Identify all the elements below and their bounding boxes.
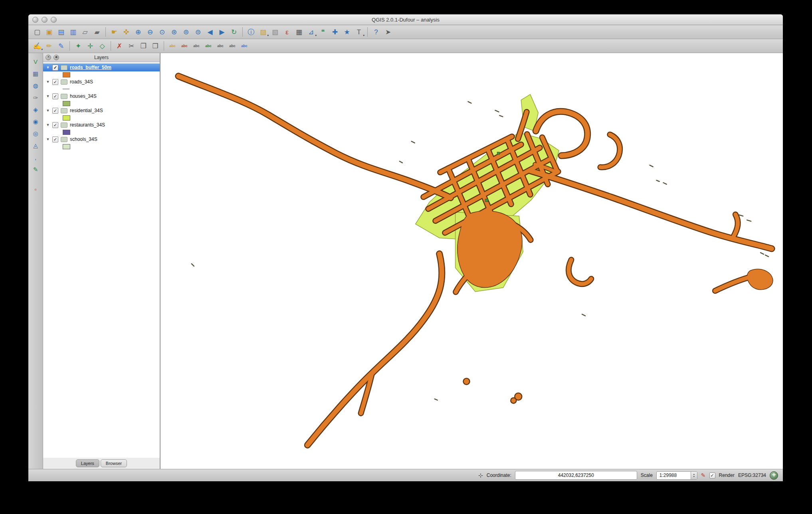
add-mssql-layer-button[interactable]: ◈ <box>30 104 41 115</box>
layer-row-residential_34S[interactable]: ▼✓residential_34S <box>43 107 160 115</box>
layer-symbol-swatch[interactable] <box>63 115 70 121</box>
new-project-button[interactable]: ▢ <box>32 26 43 38</box>
panel-close-icon[interactable]: ✕ <box>46 55 51 60</box>
zoom-window-button[interactable] <box>51 17 57 23</box>
open-project-button[interactable]: ▣ <box>44 26 55 38</box>
add-spatialite-layer-button[interactable]: ✑ <box>30 92 41 103</box>
composer-manager-button[interactable]: ▰ <box>91 26 103 38</box>
show-bookmarks-button[interactable]: ★ <box>341 26 353 38</box>
label-stop-display-button[interactable]: abc <box>179 40 190 51</box>
layer-visibility-checkbox[interactable]: ✓ <box>52 65 58 71</box>
layer-symbol-swatch[interactable] <box>63 130 70 135</box>
field-calculator-button[interactable]: ε <box>281 26 293 38</box>
crs-status-button[interactable]: ✚ <box>770 471 778 480</box>
zoom-out-button[interactable]: ⊖ <box>145 26 156 38</box>
expand-arrow-icon[interactable]: ▼ <box>46 137 50 141</box>
tab-layers[interactable]: Layers <box>76 459 99 467</box>
add-raster-layer-button[interactable]: ▦ <box>30 68 41 79</box>
tab-browser[interactable]: Browser <box>101 459 127 467</box>
new-shapefile-layer-button[interactable]: ✎ <box>30 164 41 174</box>
delete-selected-button[interactable]: ✗ <box>114 40 125 51</box>
layer-symbol-swatch[interactable] <box>63 144 70 149</box>
scale-combo[interactable]: 1:29988 ▴▾ <box>656 471 697 480</box>
save-project-as-button[interactable]: ▥ <box>67 26 79 38</box>
paste-features-button[interactable]: ❒ <box>150 40 161 51</box>
pan-to-selection-button[interactable]: ✜ <box>121 26 132 38</box>
label-rotate-button[interactable]: abc <box>227 40 238 51</box>
zoom-last-button[interactable]: ◀ <box>204 26 216 38</box>
toggle-editing-button[interactable]: ✏ <box>44 40 55 51</box>
layer-visibility-checkbox[interactable]: ✓ <box>52 93 58 99</box>
add-vector-layer-button[interactable]: V <box>30 56 41 67</box>
text-annotation-button[interactable]: T▾ <box>353 26 364 38</box>
attribute-table-button[interactable]: ▦ <box>293 26 305 38</box>
expand-arrow-icon[interactable]: ▼ <box>46 94 50 98</box>
stop-rendering-icon[interactable]: ✎ <box>701 472 706 478</box>
label-settings-icon: abc <box>169 44 176 48</box>
zoom-native-button[interactable]: ⊙ <box>156 26 168 38</box>
label-properties-button[interactable]: abc <box>239 40 250 51</box>
new-bookmark-button[interactable]: ✚ <box>329 26 341 38</box>
add-wfs-layer-button[interactable]: ◬ <box>30 140 41 150</box>
coordinate-input[interactable] <box>515 471 637 480</box>
add-feature-button[interactable]: ✦ <box>73 40 84 51</box>
zoom-next-button[interactable]: ▶ <box>216 26 228 38</box>
layer-row-roads_buffer_50m[interactable]: ▼✓roads_buffer_50m <box>43 63 160 71</box>
close-window-button[interactable] <box>32 17 38 23</box>
help-contents-button[interactable]: ? <box>370 26 382 38</box>
add-delimited-text-layer-button[interactable]: , <box>30 152 41 162</box>
pan-map-button[interactable]: ☛ <box>109 26 120 38</box>
zoom-to-selection-button[interactable]: ⊜ <box>192 26 204 38</box>
label-settings-button[interactable]: abc <box>167 40 178 51</box>
current-edits-button[interactable]: ✍▾ <box>32 40 43 51</box>
layer-symbol-swatch[interactable] <box>63 101 70 106</box>
expand-arrow-icon[interactable]: ▼ <box>46 109 50 113</box>
copy-features-button[interactable]: ❐ <box>138 40 149 51</box>
layer-row-houses_34S[interactable]: ▼✓houses_34S <box>43 92 160 100</box>
map-svg <box>160 53 783 469</box>
titlebar[interactable]: QGIS 2.0.1-Dufour – analysis <box>28 14 783 25</box>
layer-symbol-swatch[interactable] <box>63 72 70 77</box>
zoom-in-button[interactable]: ⊕ <box>133 26 144 38</box>
map-canvas[interactable] <box>160 53 783 469</box>
identify-features-button[interactable]: ⓘ <box>246 26 257 38</box>
label-move-button[interactable]: abc <box>215 40 226 51</box>
save-project-button[interactable]: ▤ <box>55 26 67 38</box>
remove-layer-button[interactable]: ▫ <box>30 184 41 194</box>
layer-row-restaurants_34S[interactable]: ▼✓restaurants_34S <box>43 121 160 129</box>
move-feature-button[interactable]: ✛ <box>85 40 96 51</box>
map-tips-button[interactable]: ❝ <box>317 26 329 38</box>
minimize-window-button[interactable] <box>42 17 48 23</box>
add-wms-layer-button[interactable]: ◉ <box>30 116 41 127</box>
zoom-to-layer-button[interactable]: ⊚ <box>180 26 192 38</box>
new-print-composer-button[interactable]: ▱ <box>79 26 91 38</box>
layer-row-schools_34S[interactable]: ▼✓schools_34S <box>43 135 160 143</box>
layer-visibility-checkbox[interactable]: ✓ <box>52 108 58 114</box>
combo-arrows-icon[interactable]: ▴▾ <box>691 472 697 479</box>
node-tool-button[interactable]: ◇ <box>97 40 108 51</box>
render-checkbox[interactable]: ✓ <box>709 472 715 478</box>
whats-this-button[interactable]: ➤ <box>382 26 394 38</box>
expand-arrow-icon[interactable]: ▼ <box>46 80 50 84</box>
coordinate-capture-icon[interactable]: ⊹ <box>478 472 483 478</box>
qgis-window: QGIS 2.0.1-Dufour – analysis ▢▣▤▥▱▰☛✜⊕⊖⊙… <box>28 14 783 481</box>
add-postgis-layer-button[interactable]: ◍ <box>30 80 41 91</box>
add-wcs-layer-button[interactable]: ◎ <box>30 128 41 138</box>
layer-visibility-checkbox[interactable]: ✓ <box>52 136 58 142</box>
expand-arrow-icon[interactable]: ▼ <box>46 65 50 69</box>
layer-visibility-checkbox[interactable]: ✓ <box>52 79 58 85</box>
label-highlight-button[interactable]: abc <box>203 40 214 51</box>
expand-arrow-icon[interactable]: ▼ <box>46 123 50 127</box>
layer-visibility-checkbox[interactable]: ✓ <box>52 122 58 128</box>
refresh-map-button[interactable]: ↻ <box>228 26 240 38</box>
measure-button[interactable]: ⊿▾ <box>305 26 317 38</box>
select-features-button[interactable]: ▨▾ <box>257 26 269 38</box>
zoom-full-button[interactable]: ⊛ <box>168 26 180 38</box>
deselect-features-button[interactable]: ▧ <box>269 26 281 38</box>
layer-row-roads_34S[interactable]: ▼✓roads_34S <box>43 78 160 86</box>
layer-symbol-swatch[interactable] <box>63 89 69 89</box>
panel-float-icon[interactable]: ◉ <box>53 55 59 60</box>
label-pin-button[interactable]: abc <box>191 40 202 51</box>
save-layer-edits-button[interactable]: ✎ <box>55 40 67 51</box>
cut-features-button[interactable]: ✂ <box>126 40 137 51</box>
